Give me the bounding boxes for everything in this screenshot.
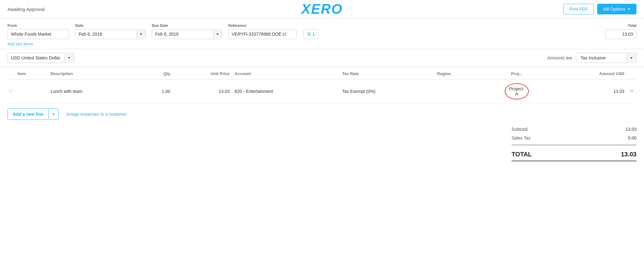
description-cell[interactable]: Lunch with team <box>48 79 139 104</box>
unit-price-col-header: Unit Price <box>173 68 232 79</box>
add-line-button[interactable]: Add a new line <box>8 109 48 119</box>
bill-options-button[interactable]: Bill Options ▼ <box>597 4 637 14</box>
amounts-arrow-icon: ▼ <box>626 54 636 62</box>
unit-price-cell[interactable]: 13.03 <box>173 79 232 104</box>
xero-logo: XERO <box>301 1 343 17</box>
region-col-header: Region <box>434 68 481 79</box>
add-last-items-link[interactable]: Add last items <box>7 42 33 46</box>
currency-arrow-icon: ▼ <box>64 54 74 62</box>
total-label: Total <box>605 23 637 28</box>
project-col-header: Proj... <box>481 68 552 79</box>
delete-row-button[interactable]: ✕ <box>627 79 637 104</box>
qty-cell[interactable]: 1.00 <box>139 79 173 104</box>
table-section: Item Description Qty Unit Price Account … <box>0 68 644 104</box>
subtotal-label: Subtotal <box>512 127 528 132</box>
subtotal-row: Subtotal 13.03 <box>512 125 637 134</box>
item-cell <box>15 79 48 104</box>
subtotal-value: 13.03 <box>626 127 637 132</box>
from-input[interactable] <box>7 29 69 39</box>
delete-col-header <box>627 68 637 79</box>
item-col-header: Item <box>15 68 48 79</box>
table-row: ⠿ Lunch with team 1.00 13.03 620 - Enter… <box>7 79 637 104</box>
add-line-dropdown-button[interactable]: ▼ <box>48 109 58 119</box>
project-value[interactable]: Project-A <box>505 83 528 99</box>
total-final-row: TOTAL 13.03 <box>512 148 637 160</box>
date-input[interactable] <box>76 29 136 39</box>
totals-double-line <box>512 160 637 161</box>
currency-select-wrap: USD United States Dollar ▼ <box>7 53 74 63</box>
totals-right: Subtotal 13.03 Sales Tax 0.00 TOTAL 13.0… <box>512 125 637 161</box>
print-pdf-button[interactable]: Print PDF <box>563 4 594 14</box>
amount-cell: 13.03 <box>552 79 627 104</box>
top-buttons: Print PDF Bill Options ▼ <box>563 4 637 14</box>
project-cell-wrap: Project-A <box>505 83 528 99</box>
amount-col-header: Amount USD <box>552 68 627 79</box>
amounts-select-wrap: Tax Inclusive Tax Exclusive No Tax ▼ <box>576 53 637 63</box>
due-date-field: Due Date ▼ <box>152 23 222 39</box>
sales-tax-value: 0.00 <box>628 135 637 140</box>
currency-select[interactable]: USD United States Dollar <box>8 53 64 63</box>
currency-row: USD United States Dollar ▼ Amounts are T… <box>0 49 644 67</box>
form-row: From Date ▼ Due Date ▼ Reference ⧉ <box>7 23 637 39</box>
action-row: Add a new line ▼ Assign expenses to a cu… <box>0 104 644 125</box>
tax-rate-cell[interactable]: Tax Exempt (0%) <box>340 79 435 104</box>
description-col-header: Description <box>48 68 139 79</box>
amounts-type-select[interactable]: Tax Inclusive Tax Exclusive No Tax <box>576 53 626 63</box>
totals-section: Subtotal 13.03 Sales Tax 0.00 TOTAL 13.0… <box>0 125 644 170</box>
line-items-table: Item Description Qty Unit Price Account … <box>7 68 637 104</box>
due-date-label: Due Date <box>152 23 222 28</box>
sales-tax-label: Sales Tax <box>512 135 530 140</box>
totals-divider <box>512 145 637 145</box>
table-header-row: Item Description Qty Unit Price Account … <box>7 68 637 79</box>
top-bar: Awaiting Approval XERO Print PDF Bill Op… <box>0 0 644 18</box>
date-arrow-button[interactable]: ▼ <box>136 30 145 38</box>
account-col-header: Account <box>232 68 339 79</box>
bill-options-caret-icon: ▼ <box>627 7 631 11</box>
reference-label: Reference <box>228 23 297 28</box>
from-label: From <box>7 23 69 28</box>
project-cell[interactable]: Project-A <box>481 79 552 104</box>
copy-badge-button[interactable]: ⧉ 1 <box>303 29 319 39</box>
assign-expenses-link[interactable]: Assign expenses to a customer <box>66 112 127 117</box>
copy-count: 1 <box>313 32 315 37</box>
amounts-are: Amounts are Tax Inclusive Tax Exclusive … <box>547 53 637 63</box>
total-final-amount: 13.03 <box>621 151 637 158</box>
reference-input[interactable] <box>228 29 297 39</box>
date-field: Date ▼ <box>75 23 146 39</box>
tax-rate-col-header: Tax Rate <box>340 68 435 79</box>
due-date-input-wrap: ▼ <box>152 29 222 39</box>
copy-icon: ⧉ <box>307 31 311 37</box>
bill-options-label: Bill Options <box>603 7 625 12</box>
date-label: Date <box>75 23 146 28</box>
total-final-label: TOTAL <box>512 151 532 158</box>
date-input-wrap: ▼ <box>75 29 146 39</box>
reference-field: Reference <box>228 23 297 39</box>
from-field: From <box>7 23 69 39</box>
status-badge: Awaiting Approval <box>7 7 45 12</box>
due-date-arrow-button[interactable]: ▼ <box>213 30 222 38</box>
form-section: From Date ▼ Due Date ▼ Reference ⧉ <box>0 18 644 49</box>
qty-col-header: Qty <box>139 68 173 79</box>
add-line-button-group: Add a new line ▼ <box>7 109 59 120</box>
drag-col-header <box>7 68 15 79</box>
amounts-are-label: Amounts are <box>547 55 572 60</box>
total-value: 13.03 <box>605 29 637 39</box>
due-date-input[interactable] <box>152 29 213 39</box>
account-cell[interactable]: 620 - Entertainment <box>232 79 339 104</box>
sales-tax-row: Sales Tax 0.00 <box>512 134 637 142</box>
region-cell <box>434 79 481 104</box>
drag-handle[interactable]: ⠿ <box>7 79 15 104</box>
total-field: Total 13.03 <box>605 23 637 39</box>
